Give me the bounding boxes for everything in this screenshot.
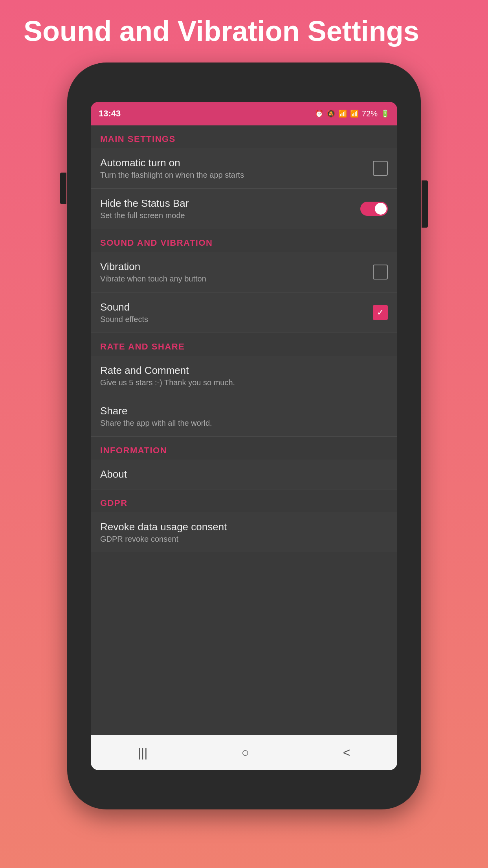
setting-subtitle-status-bar: Set the full screen mode (100, 211, 189, 220)
status-icons: ⏰ 🔕 📶 📶 72% 🔋 (315, 109, 389, 118)
setting-title-automatic: Automatic turn on (100, 157, 244, 169)
section-header-information: INFORMATION (91, 437, 397, 460)
setting-sound[interactable]: Sound Sound effects ✓ (91, 292, 397, 333)
menu-nav-icon[interactable]: ||| (138, 745, 148, 760)
setting-share[interactable]: Share Share the app with all the world. (91, 396, 397, 437)
toggle-hide-status-bar[interactable] (360, 202, 388, 216)
setting-subtitle-vibration: Vibrate when touch any button (100, 274, 206, 283)
section-header-main-settings: MAIN SETTINGS (91, 125, 397, 148)
settings-list: MAIN SETTINGS Automatic turn on Turn the… (91, 125, 397, 735)
setting-title-revoke: Revoke data usage consent (100, 521, 227, 533)
section-header-sound-vibration: SOUND AND VIBRATION (91, 229, 397, 252)
back-nav-icon[interactable]: < (343, 745, 350, 760)
setting-text-rate: Rate and Comment Give us 5 stars :-) Tha… (100, 364, 235, 387)
setting-text-vibration: Vibration Vibrate when touch any button (100, 261, 206, 283)
setting-title-sound: Sound (100, 301, 148, 313)
section-header-rate-share: RATE AND SHARE (91, 333, 397, 356)
setting-rate-comment[interactable]: Rate and Comment Give us 5 stars :-) Tha… (91, 356, 397, 396)
checkmark-sound: ✓ (377, 307, 384, 318)
setting-about[interactable]: About (91, 460, 397, 489)
setting-text-status-bar: Hide the Status Bar Set the full screen … (100, 197, 189, 220)
status-bar: 13:43 ⏰ 🔕 📶 📶 72% 🔋 (91, 102, 397, 125)
setting-revoke-consent[interactable]: Revoke data usage consent GDPR revoke co… (91, 512, 397, 552)
setting-title-about: About (100, 468, 127, 480)
battery-indicator: 72% (362, 109, 378, 118)
signal-icon: 📶 (350, 109, 359, 118)
setting-text-revoke: Revoke data usage consent GDPR revoke co… (100, 521, 227, 544)
home-nav-icon[interactable]: ○ (241, 745, 249, 760)
phone-screen: 13:43 ⏰ 🔕 📶 📶 72% 🔋 MAIN SETTINGS Automa… (91, 102, 397, 770)
setting-subtitle-share: Share the app with all the world. (100, 419, 212, 428)
setting-title-share: Share (100, 405, 212, 417)
setting-text-about: About (100, 468, 127, 480)
setting-subtitle-sound: Sound effects (100, 315, 148, 324)
alarm-icon: ⏰ (315, 109, 323, 118)
checkbox-sound[interactable]: ✓ (373, 305, 388, 320)
setting-title-vibration: Vibration (100, 261, 206, 273)
setting-subtitle-rate: Give us 5 stars :-) Thank you so much. (100, 378, 235, 387)
page-title: Sound and Vibration Settings (0, 0, 488, 59)
status-time: 13:43 (99, 108, 121, 119)
setting-text-sound: Sound Sound effects (100, 301, 148, 324)
phone-device: 13:43 ⏰ 🔕 📶 📶 72% 🔋 MAIN SETTINGS Automa… (67, 63, 421, 809)
setting-text-share: Share Share the app with all the world. (100, 405, 212, 428)
setting-hide-status-bar[interactable]: Hide the Status Bar Set the full screen … (91, 189, 397, 229)
setting-automatic-turn-on[interactable]: Automatic turn on Turn the flashlight on… (91, 148, 397, 189)
checkbox-vibration[interactable]: ✓ (373, 265, 388, 280)
battery-icon: 🔋 (381, 109, 389, 118)
mute-icon: 🔕 (327, 109, 335, 118)
setting-text-automatic: Automatic turn on Turn the flashlight on… (100, 157, 244, 180)
setting-vibration[interactable]: Vibration Vibrate when touch any button … (91, 252, 397, 292)
setting-title-rate: Rate and Comment (100, 364, 235, 377)
setting-title-status-bar: Hide the Status Bar (100, 197, 189, 210)
setting-subtitle-revoke: GDPR revoke consent (100, 535, 227, 544)
wifi-icon: 📶 (338, 109, 347, 118)
toggle-thumb-status-bar (375, 203, 387, 215)
section-header-gdpr: GDPR (91, 489, 397, 512)
setting-subtitle-automatic: Turn the flashlight on when the app star… (100, 171, 244, 180)
checkbox-automatic-turn-on[interactable]: ✓ (373, 161, 388, 176)
nav-bar: ||| ○ < (91, 735, 397, 770)
